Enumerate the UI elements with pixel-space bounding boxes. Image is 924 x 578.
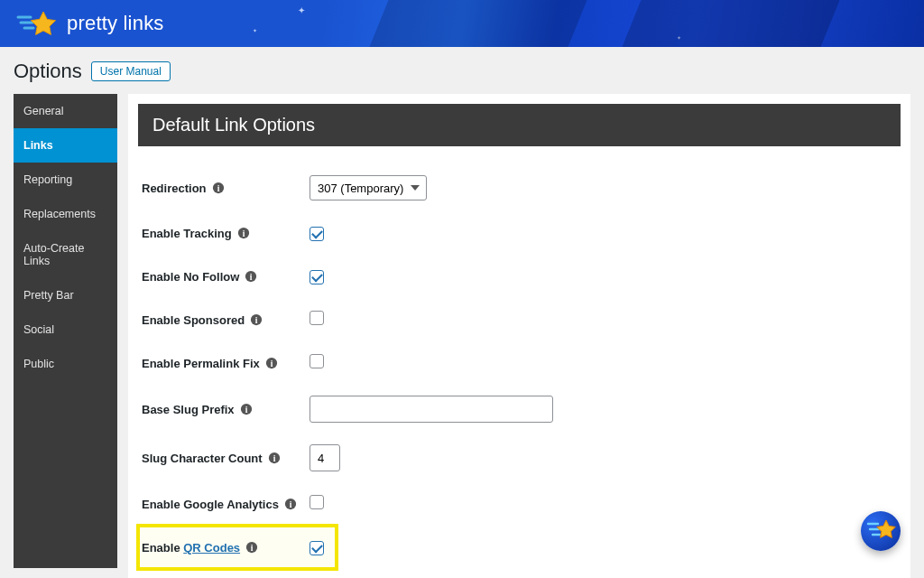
help-fab-button[interactable] — [861, 511, 901, 551]
info-icon[interactable]: i — [237, 227, 250, 239]
sidebar-item-label: Social — [23, 323, 54, 336]
settings-sidebar: General Links Reporting Replacements Aut… — [14, 94, 117, 568]
label-slug-char-count: Slug Character Count — [142, 452, 263, 465]
row-enable-qr-codes: Enable QR Codes i — [138, 526, 337, 569]
enable-qr-codes-checkbox[interactable] — [310, 541, 324, 555]
brand-logo-icon — [16, 10, 58, 37]
sidebar-item-label: Links — [23, 139, 53, 152]
label-base-slug-prefix: Base Slug Prefix — [142, 403, 235, 416]
sidebar-item-label: Replacements — [23, 208, 96, 220]
user-manual-button[interactable]: User Manual — [91, 61, 171, 81]
sidebar-item-label: Public — [23, 358, 54, 370]
page-title: Options — [14, 60, 82, 83]
enable-nofollow-checkbox[interactable] — [310, 270, 324, 284]
row-enable-tracking: Enable Tracking i — [138, 211, 901, 255]
label-enable-qr-codes: Enable QR Codes — [142, 541, 240, 555]
info-icon[interactable]: i — [245, 541, 258, 554]
row-enable-nofollow: Enable No Follow i — [138, 255, 901, 298]
info-icon[interactable]: i — [284, 498, 297, 510]
sidebar-item-label: Reporting — [23, 173, 72, 186]
svg-text:i: i — [217, 183, 219, 193]
sidebar-item-replacements[interactable]: Replacements — [14, 197, 117, 231]
info-icon[interactable]: i — [245, 270, 257, 283]
enable-permalink-fix-checkbox[interactable] — [310, 354, 324, 368]
label-enable-ga: Enable Google Analytics — [142, 498, 279, 511]
info-icon[interactable]: i — [250, 313, 263, 326]
panel-heading: Default Link Options — [138, 104, 901, 146]
row-enable-permalink-fix: Enable Permalink Fix i — [138, 341, 901, 385]
svg-text:i: i — [251, 543, 254, 553]
label-enable-permalink-fix: Enable Permalink Fix — [142, 357, 260, 370]
enable-tracking-checkbox[interactable] — [310, 227, 324, 241]
enable-ga-checkbox[interactable] — [310, 495, 324, 509]
sidebar-item-reporting[interactable]: Reporting — [14, 163, 117, 197]
slug-char-count-input[interactable] — [310, 444, 340, 471]
label-redirection: Redirection — [142, 182, 207, 195]
sidebar-item-public[interactable]: Public — [14, 347, 117, 381]
brand-name: pretty links — [67, 12, 164, 35]
row-base-slug-prefix: Base Slug Prefix i — [138, 385, 901, 434]
svg-text:i: i — [273, 453, 275, 463]
redirection-select[interactable]: 307 (Temporary) — [310, 175, 427, 200]
row-global-head-scripts: Global Head Scripts i — [138, 569, 901, 578]
qr-codes-link[interactable]: QR Codes — [183, 541, 240, 555]
sidebar-item-links[interactable]: Links — [14, 128, 117, 163]
enable-sponsored-checkbox[interactable] — [310, 311, 324, 325]
row-enable-sponsored: Enable Sponsored i — [138, 298, 901, 341]
label-enable-tracking: Enable Tracking — [142, 227, 232, 240]
sidebar-item-general[interactable]: General — [14, 94, 117, 128]
hero-banner: ✦ ✦ ✦ pretty links — [0, 0, 924, 47]
info-icon[interactable]: i — [265, 357, 278, 369]
sidebar-item-auto-create-links[interactable]: Auto-Create Links — [14, 231, 117, 278]
svg-text:i: i — [270, 359, 273, 368]
brand-logo: pretty links — [16, 10, 164, 37]
settings-panel: Default Link Options Redirection i 307 (… — [128, 94, 910, 578]
sidebar-item-social[interactable]: Social — [14, 312, 117, 347]
svg-text:i: i — [255, 315, 258, 325]
info-icon[interactable]: i — [212, 182, 225, 194]
label-enable-sponsored: Enable Sponsored — [142, 313, 245, 327]
base-slug-prefix-input[interactable] — [310, 396, 553, 423]
sidebar-item-label: Pretty Bar — [23, 289, 74, 302]
row-slug-char-count: Slug Character Count i — [138, 434, 901, 482]
row-enable-ga: Enable Google Analytics i — [138, 482, 901, 526]
info-icon[interactable]: i — [268, 452, 281, 464]
svg-text:i: i — [245, 405, 247, 415]
svg-text:i: i — [242, 228, 245, 238]
svg-text:i: i — [250, 272, 253, 282]
label-enable-nofollow: Enable No Follow — [142, 270, 239, 284]
sidebar-item-label: Auto-Create Links — [23, 242, 84, 267]
row-redirection: Redirection i 307 (Temporary) — [138, 164, 901, 211]
page-title-row: Options User Manual — [0, 47, 924, 94]
sidebar-item-pretty-bar[interactable]: Pretty Bar — [14, 278, 117, 312]
svg-text:i: i — [290, 499, 292, 509]
sidebar-item-label: General — [23, 105, 63, 117]
info-icon[interactable]: i — [240, 403, 253, 415]
